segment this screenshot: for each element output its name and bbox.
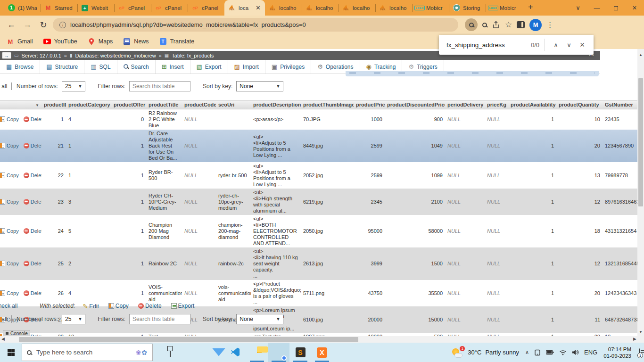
filter-input[interactable] <box>129 81 190 91</box>
copy-row-link[interactable]: Copy <box>7 173 19 178</box>
minimize-icon[interactable]: — <box>587 4 606 11</box>
header-productDescription[interactable]: productDescription <box>251 100 301 109</box>
browser-tab-5[interactable]: cPcPanel <box>188 0 224 16</box>
copy-row-link[interactable]: Copy <box>7 228 19 234</box>
rows-select[interactable]: 25▼ <box>62 314 85 324</box>
find-next-icon[interactable]: ∨ <box>562 41 576 49</box>
delete-row-link[interactable]: Delete <box>31 199 41 205</box>
header-productTitle[interactable]: productTitle <box>146 100 182 109</box>
taskbar-app-explorer[interactable] <box>246 343 268 362</box>
header-priceKg[interactable]: priceKg <box>485 100 508 109</box>
check-all-link[interactable]: Check all <box>0 303 25 309</box>
browser-tab-11[interactable]: LOGOMobicr <box>412 0 449 16</box>
find-input[interactable] <box>446 41 517 49</box>
weather-widget[interactable]: 1 30°C Partly sunny <box>452 347 519 358</box>
bookmark-translate[interactable]: TTranslate <box>159 38 195 45</box>
browser-tab-10[interactable]: PMAlocalho <box>375 0 412 16</box>
vertical-scrollbar[interactable]: ▲ ▼ <box>637 49 644 336</box>
header-productCategory[interactable]: productCategory <box>66 100 111 109</box>
console-tab[interactable]: Console <box>3 330 30 336</box>
browser-tab-13[interactable]: LOGOMobicr <box>486 0 522 16</box>
browser-menu-icon[interactable]: ⋮ <box>546 21 553 29</box>
horizontal-scrollbar[interactable]: ◀ ▶ <box>0 336 644 343</box>
browser-tab-0[interactable]: 1(1) Wha <box>4 0 41 16</box>
back-icon[interactable]: ← <box>5 18 18 32</box>
bookmark-news[interactable]: News <box>123 38 149 45</box>
pma-tab-insert[interactable]: ⊞Insert <box>156 60 190 74</box>
header-productPrice[interactable]: productPrice <box>354 100 385 109</box>
rows-select[interactable]: 25▼ <box>62 81 85 91</box>
delete-row-link[interactable]: Delete <box>31 261 41 266</box>
header-seoUri[interactable]: seoUri <box>216 100 251 109</box>
pma-tab-browse[interactable]: ▦Browse <box>0 60 40 74</box>
copy-row-link[interactable]: Copy <box>7 116 19 122</box>
close-icon[interactable]: × <box>625 4 644 12</box>
header-productAvailablity[interactable]: productAvailablity <box>508 100 556 109</box>
header-productQuantity[interactable]: productQuantity <box>556 100 603 109</box>
pma-tab-import[interactable]: ▨Import <box>228 60 265 74</box>
delete-row-link[interactable]: Delete <box>31 143 41 148</box>
share-icon[interactable] <box>492 21 500 29</box>
delete-row-link[interactable]: Delete <box>31 173 41 178</box>
taskbar-app-edge[interactable] <box>181 343 203 362</box>
bookmark-gmail[interactable]: MGmail <box>7 38 33 45</box>
scroll-left-icon[interactable]: ◀ <box>1 337 5 341</box>
taskbar-app-xampp[interactable]: X <box>311 343 333 362</box>
bookmark-youtube[interactable]: YouTube <box>43 38 77 45</box>
delete-row-link[interactable]: Delete <box>31 116 41 122</box>
copy-row-link[interactable]: Copy <box>7 199 19 205</box>
start-button[interactable] <box>0 343 22 362</box>
edit-selected-link[interactable]: ✎Edit <box>83 303 99 310</box>
options-caret-icon[interactable]: ▼ <box>35 103 39 107</box>
copy-selected-link[interactable]: Copy <box>108 303 129 309</box>
header-productDiscountedPrice[interactable]: productDiscountedPrice <box>385 100 445 109</box>
vertical-scrollbar-thumb[interactable] <box>638 78 643 206</box>
find-close-icon[interactable]: × <box>576 40 589 50</box>
pma-tab-search[interactable]: Search <box>117 60 156 74</box>
show-all-label[interactable]: Show all <box>0 83 8 90</box>
taskbar-app-vscode[interactable] <box>224 343 246 362</box>
header-periodDelivery[interactable]: periodDelivery <box>445 100 485 109</box>
header-productCode[interactable]: productCode <box>182 100 216 109</box>
breadcrumb-server[interactable]: Server: 127.0.0.1 <box>21 53 61 58</box>
speaker-icon[interactable] <box>572 349 579 355</box>
find-in-page-icon[interactable] <box>465 18 478 31</box>
pma-tab-sql[interactable]: ▥SQL <box>84 60 117 74</box>
delete-row-link[interactable]: Delete <box>31 228 41 234</box>
scroll-down-icon[interactable]: ▼ <box>639 330 643 334</box>
bookmark-maps[interactable]: Maps <box>88 38 113 45</box>
side-panel-icon[interactable] <box>517 21 525 28</box>
copy-row-link[interactable]: Copy <box>7 261 19 266</box>
delete-selected-link[interactable]: Delete <box>138 303 162 309</box>
sort-select[interactable]: None▼ <box>236 81 283 91</box>
browser-tab-3[interactable]: cPcPanel <box>114 0 151 16</box>
pma-tab-export[interactable]: ▧Export <box>190 60 228 74</box>
zoom-icon[interactable] <box>482 23 487 27</box>
maximize-icon[interactable] <box>606 4 625 11</box>
nav-panel-toggle[interactable]: → <box>2 52 11 59</box>
notification-center[interactable]: 1 <box>639 349 640 356</box>
browser-tab-6[interactable]: PMAloca✕ <box>224 0 265 16</box>
tab-search-icon[interactable]: ∨ <box>569 4 587 11</box>
battery-icon[interactable] <box>546 350 554 355</box>
delete-row-link[interactable]: Delete <box>31 290 41 296</box>
taskbar-app-chrome[interactable] <box>268 343 289 362</box>
pma-tab-structure[interactable]: ▤Structure <box>40 60 84 74</box>
forward-icon[interactable]: → <box>21 18 34 32</box>
pma-tab-privileges[interactable]: ▣Privileges <box>265 60 311 74</box>
scroll-up-icon[interactable]: ▲ <box>639 53 643 57</box>
header-productThumbImage[interactable]: productThumbImage <box>301 100 354 109</box>
new-tab-button[interactable]: + <box>522 2 539 12</box>
copy-row-link[interactable]: Copy <box>7 290 19 296</box>
taskbar-search[interactable]: Type here to search ❀✿ <box>22 344 153 361</box>
header-productOffer[interactable]: productOffer <box>111 100 146 109</box>
url-bar[interactable]: i localhost/phpmyadmin/sql.php?db=websit… <box>53 18 458 32</box>
taskbar-app-task-view[interactable] <box>159 343 181 362</box>
breadcrumb-database[interactable]: Database: websitedemo_mobicrew <box>75 53 156 58</box>
reload-icon[interactable]: ↻ <box>37 18 50 32</box>
sort-select[interactable]: None▼ <box>236 314 283 324</box>
browser-tab-4[interactable]: cPcPanel <box>151 0 188 16</box>
tab-close-icon[interactable]: ✕ <box>255 4 261 11</box>
filter-input[interactable] <box>129 314 190 324</box>
breadcrumb-table[interactable]: Table: fx_products <box>172 53 214 58</box>
